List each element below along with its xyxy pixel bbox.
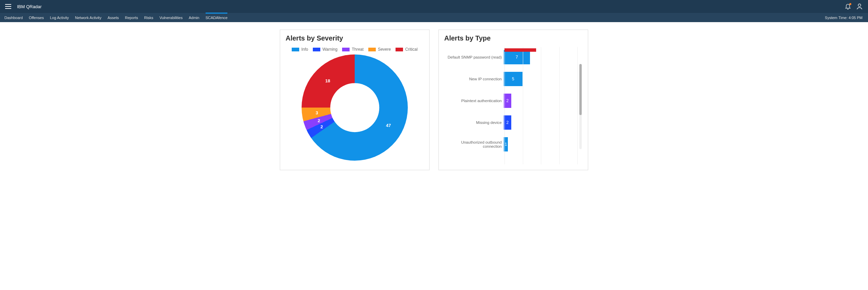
scrollbar-thumb[interactable] (579, 64, 582, 115)
donut-value-label: 3 (316, 110, 318, 115)
bar-value[interactable]: 1 (504, 137, 508, 151)
bar-value[interactable]: 2 (504, 115, 511, 130)
nav-assets[interactable]: Assets (105, 13, 122, 22)
bar-top-stripe (504, 48, 536, 52)
card-alerts-by-severity: Alerts by Severity Info Warning Threat S… (280, 30, 430, 170)
legend-severe[interactable]: Severe (368, 47, 391, 52)
card-alerts-by-type: Alerts by Type Default SNMP password (re… (438, 30, 588, 170)
app-title: IBM QRadar (17, 4, 42, 9)
legend-critical[interactable]: Critical (396, 47, 418, 52)
donut-value-label: 18 (325, 78, 330, 83)
donut-chart[interactable]: 4722318 (302, 54, 408, 161)
bar-row: Missing device2 (444, 118, 578, 127)
bar-category-label: Missing device (444, 120, 504, 125)
navbar: Dashboard Offenses Log Activity Network … (0, 13, 868, 22)
notification-dot-icon (849, 3, 851, 5)
nav-risks[interactable]: Risks (141, 13, 156, 22)
topbar: IBM QRadar (0, 0, 868, 13)
nav-scadafence[interactable]: SCADAfence (203, 13, 231, 22)
bar-value[interactable]: 7 (504, 50, 530, 64)
bar-category-label: New IP connection (444, 77, 504, 81)
content: Alerts by Severity Info Warning Threat S… (0, 22, 868, 184)
menu-button[interactable] (3, 1, 14, 12)
donut-value-label: 47 (386, 123, 391, 128)
bar-row: New IP connection5 (444, 75, 578, 83)
user-icon (856, 3, 863, 10)
bar-category-label: Plaintext authentication (444, 99, 504, 103)
nav-reports[interactable]: Reports (122, 13, 141, 22)
nav-vulnerabilities[interactable]: Vulnerabilities (156, 13, 186, 22)
notifications-button[interactable] (842, 1, 854, 12)
hamburger-icon (5, 4, 11, 9)
nav-dashboard[interactable]: Dashboard (1, 13, 26, 22)
bar-row: Unauthorized outbound connection1 (444, 140, 578, 148)
card-title: Alerts by Severity (286, 34, 424, 42)
severity-legend: Info Warning Threat Severe Critical (286, 47, 424, 52)
bar-value[interactable]: 5 (504, 72, 523, 86)
svg-point-0 (858, 4, 861, 6)
bar-category-label: Unauthorized outbound connection (444, 140, 504, 148)
legend-info[interactable]: Info (292, 47, 308, 52)
nav-offenses[interactable]: Offenses (26, 13, 47, 22)
legend-warning[interactable]: Warning (313, 47, 337, 52)
nav-admin[interactable]: Admin (186, 13, 202, 22)
nav-network-activity[interactable]: Network Activity (72, 13, 105, 22)
card-title: Alerts by Type (444, 34, 582, 42)
system-time: System Time: 4:05 PM (821, 16, 867, 20)
nav-log-activity[interactable]: Log Activity (47, 13, 72, 22)
legend-threat[interactable]: Threat (342, 47, 364, 52)
bar-category-label: Default SNMP password (read) (444, 55, 504, 59)
donut-value-label: 2 (320, 124, 323, 129)
bar-chart[interactable]: Default SNMP password (read)7New IP conn… (444, 47, 582, 164)
bar-row: Plaintext authentication2 (444, 97, 578, 105)
user-button[interactable] (854, 1, 865, 12)
donut-value-label: 2 (318, 118, 320, 123)
bar-value[interactable]: 2 (504, 94, 511, 108)
bar-row: Default SNMP password (read)7 (444, 53, 578, 61)
